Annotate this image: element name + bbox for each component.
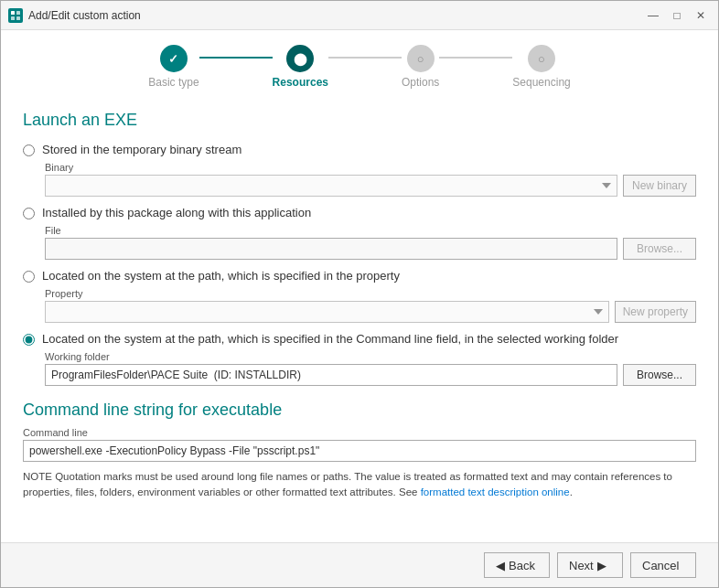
command-line-input[interactable]: powershell.exe -ExecutionPolicy Bypass -…	[23, 440, 696, 462]
steps-track: ✓ Basic type ⬤ Resources ○ Options ○ Se	[148, 45, 570, 89]
option-binary-stream-row: Stored in the temporary binary stream	[23, 143, 696, 156]
field-group-property: Property New property	[45, 288, 696, 323]
launch-exe-title: Launch an EXE	[23, 111, 696, 130]
new-property-button[interactable]: New property	[615, 301, 696, 323]
step-connector-3	[439, 57, 512, 59]
binary-select[interactable]	[45, 175, 617, 197]
working-folder-row: ProgramFilesFolder\PACE Suite (ID: INSTA…	[45, 364, 696, 386]
note-prefix: NOTE Quotation marks must be used around…	[23, 471, 672, 497]
back-button[interactable]: ◀ Back	[484, 552, 550, 578]
step-label-options: Options	[402, 76, 439, 89]
note-text: NOTE Quotation marks must be used around…	[23, 469, 696, 501]
window-title: Add/Edit custom action	[28, 9, 643, 22]
svg-rect-2	[11, 16, 15, 20]
step-options[interactable]: ○ Options	[402, 45, 439, 89]
footer: ◀ Back Next ▶ Cancel	[1, 542, 718, 587]
step-circle-resources: ⬤	[286, 45, 314, 72]
main-window: Add/Edit custom action — □ ✕ ✓ Basic typ…	[0, 0, 719, 588]
content-area: Launch an EXE Stored in the temporary bi…	[1, 96, 718, 542]
new-binary-button[interactable]: New binary	[623, 175, 696, 197]
note-suffix: .	[570, 486, 573, 497]
step-sequencing[interactable]: ○ Sequencing	[512, 45, 570, 89]
file-input[interactable]	[45, 238, 617, 260]
radio-property[interactable]	[23, 271, 35, 283]
back-label: Back	[509, 559, 535, 572]
label-working-folder[interactable]: Located on the system at the path, which…	[42, 332, 618, 346]
step-label-basic-type: Basic type	[148, 76, 199, 89]
window-controls: — □ ✕	[643, 5, 711, 26]
label-property[interactable]: Located on the system at the path, which…	[42, 269, 400, 283]
step-label-sequencing: Sequencing	[512, 76, 570, 89]
minimize-button[interactable]: —	[643, 5, 663, 26]
maximize-button[interactable]: □	[667, 5, 687, 26]
browse-file-button[interactable]: Browse...	[623, 238, 696, 260]
field-group-file: File Browse...	[45, 225, 696, 260]
next-button[interactable]: Next ▶	[557, 552, 623, 578]
option-property-row: Located on the system at the path, which…	[23, 269, 696, 283]
step-connector-1	[199, 57, 273, 59]
close-button[interactable]: ✕	[691, 5, 711, 26]
title-bar: Add/Edit custom action — □ ✕	[1, 1, 718, 30]
step-circle-sequencing: ○	[528, 45, 555, 72]
command-section-title: Command line string for executable	[23, 401, 696, 420]
command-line-label: Command line	[23, 427, 696, 438]
note-link[interactable]: formatted text description online	[421, 486, 570, 497]
radio-installed[interactable]	[23, 208, 35, 219]
option-working-folder-row: Located on the system at the path, which…	[23, 332, 696, 346]
radio-working-folder[interactable]	[23, 334, 35, 346]
file-field-label: File	[45, 225, 696, 236]
working-folder-field-label: Working folder	[45, 351, 696, 362]
binary-field-row: New binary	[45, 175, 696, 197]
option-installed-row: Installed by this package along with thi…	[23, 206, 696, 219]
property-field-label: Property	[45, 288, 696, 299]
file-field-row: Browse...	[45, 238, 696, 260]
step-label-resources: Resources	[273, 76, 328, 89]
working-folder-input[interactable]: ProgramFilesFolder\PACE Suite (ID: INSTA…	[45, 364, 617, 386]
svg-rect-0	[11, 11, 15, 15]
field-group-binary: Binary New binary	[45, 162, 696, 197]
app-icon	[8, 8, 23, 23]
svg-rect-1	[16, 11, 20, 15]
step-basic-type[interactable]: ✓ Basic type	[148, 45, 199, 89]
step-circle-basic-type: ✓	[160, 45, 188, 72]
svg-rect-3	[16, 16, 20, 20]
next-arrow-icon: ▶	[597, 559, 606, 572]
cancel-button[interactable]: Cancel	[630, 552, 696, 578]
step-connector-2	[328, 57, 402, 59]
browse-working-folder-button[interactable]: Browse...	[623, 364, 696, 386]
step-resources[interactable]: ⬤ Resources	[273, 45, 328, 89]
radio-binary-stream[interactable]	[23, 144, 35, 156]
step-circle-options: ○	[407, 45, 435, 72]
label-binary-stream[interactable]: Stored in the temporary binary stream	[42, 143, 241, 156]
command-section: Command line string for executable Comma…	[23, 401, 696, 501]
field-group-working-folder: Working folder ProgramFilesFolder\PACE S…	[45, 351, 696, 386]
property-field-row: New property	[45, 301, 696, 323]
next-label: Next	[569, 559, 594, 572]
wizard-steps: ✓ Basic type ⬤ Resources ○ Options ○ Se	[1, 30, 718, 96]
binary-field-label: Binary	[45, 162, 696, 173]
property-select[interactable]	[45, 301, 609, 323]
label-installed[interactable]: Installed by this package along with thi…	[42, 206, 311, 219]
back-arrow-icon: ◀	[496, 559, 505, 572]
